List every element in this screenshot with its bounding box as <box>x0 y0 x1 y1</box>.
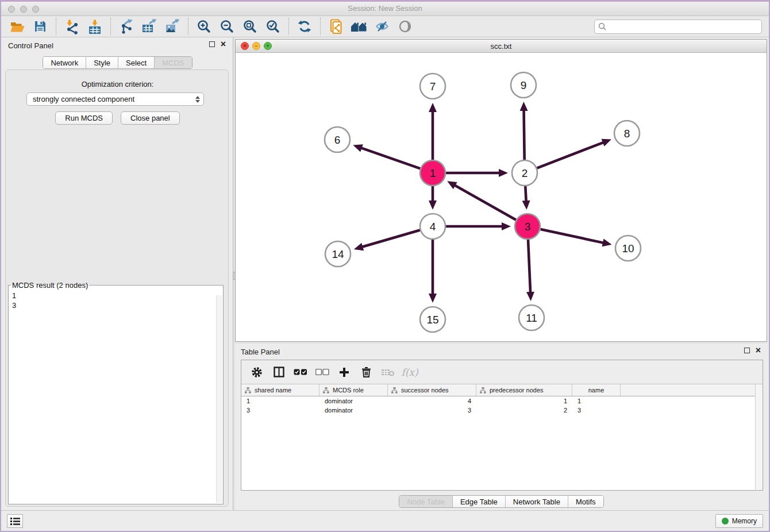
float-panel-icon[interactable] <box>744 348 750 353</box>
cell-predecessor-nodes[interactable]: 2 <box>476 407 572 414</box>
tab-network[interactable]: Network <box>43 57 86 68</box>
result-scrollbar[interactable] <box>216 295 222 503</box>
cell-mcds-role[interactable]: dominator <box>319 398 388 404</box>
graph-edge-arrowhead-1-6 <box>353 144 363 152</box>
graph-node-label-8: 8 <box>624 128 630 140</box>
cell-mcds-role[interactable]: dominator <box>319 407 388 414</box>
cell-predecessor-nodes[interactable]: 1 <box>476 398 572 404</box>
zoom-out-button[interactable] <box>215 17 238 36</box>
graph-edge-3-11[interactable] <box>528 240 530 293</box>
column-header-predecessor-nodes[interactable]: predecessor nodes <box>476 384 572 396</box>
graph-edge-1-6[interactable] <box>361 148 421 168</box>
mcds-result-list[interactable]: 13 <box>12 291 16 310</box>
cell-successor-nodes[interactable]: 4 <box>388 398 476 404</box>
graph-edge-3-10[interactable] <box>540 229 604 243</box>
column-header-label: MCDS role <box>333 387 364 394</box>
cell-name[interactable]: 1 <box>572 398 621 404</box>
zoom-fit-button[interactable] <box>238 17 261 36</box>
apply-function-button[interactable]: f(x) <box>400 364 419 381</box>
hide-graphics-details-button[interactable] <box>371 17 394 36</box>
run-mcds-button[interactable]: Run MCDS <box>55 111 113 125</box>
export-network-icon <box>119 19 134 34</box>
save-disk-icon <box>34 20 47 33</box>
export-table-button[interactable] <box>138 17 161 36</box>
import-table-button[interactable] <box>83 17 106 36</box>
tab-style[interactable]: Style <box>86 57 118 68</box>
save-session-button[interactable] <box>29 17 52 36</box>
tab-motifs[interactable]: Motifs <box>568 496 603 507</box>
network-canvas[interactable]: 7968124314101511 <box>236 53 767 341</box>
graph-edge-arrowhead-4-14 <box>354 243 364 250</box>
select-all-columns-button[interactable] <box>291 364 310 381</box>
column-header-successor-nodes[interactable]: successor nodes <box>388 384 476 396</box>
toolbar-search-field[interactable] <box>594 20 762 34</box>
mcds-result-line: 1 <box>12 291 16 300</box>
table-row[interactable]: 1dominator411 <box>241 396 755 406</box>
column-type-icon <box>245 387 251 394</box>
graph-edge-arrowhead-2-3 <box>522 201 530 210</box>
close-panel-button[interactable]: Close panel <box>121 111 180 125</box>
cell-successor-nodes[interactable]: 3 <box>388 407 476 414</box>
graph-edge-2-8[interactable] <box>537 142 603 168</box>
checked-boxes-icon <box>294 369 307 375</box>
table-scrollbar[interactable] <box>755 384 763 490</box>
column-header-shared-name[interactable]: shared name <box>241 384 319 396</box>
table-settings-button[interactable] <box>247 364 267 381</box>
list-icon <box>10 517 20 526</box>
export-network-button[interactable] <box>115 17 138 36</box>
cell-shared-name[interactable]: 3 <box>241 407 319 414</box>
graph-node-label-11: 11 <box>526 312 537 324</box>
deselect-all-columns-button[interactable] <box>313 364 332 381</box>
show-graphics-details-button[interactable] <box>394 17 417 36</box>
tab-edge-table[interactable]: Edge Table <box>452 496 505 507</box>
tab-mcds[interactable]: MCDS <box>154 57 191 68</box>
control-panel-title: Control Panel <box>8 41 53 50</box>
control-panel-tabs: NetworkStyleSelectMCDS <box>43 56 192 69</box>
zoom-in-icon <box>197 19 211 34</box>
delete-table-button[interactable] <box>378 364 398 381</box>
graph-edge-3-1[interactable] <box>454 185 516 220</box>
network-window-titlebar[interactable]: ✕ − + scc.txt <box>236 40 767 53</box>
graph-edge-2-3[interactable] <box>525 186 526 202</box>
export-image-button[interactable] <box>161 17 184 36</box>
table-panel: Table Panel × <box>235 344 768 510</box>
show-columns-button[interactable] <box>269 364 288 381</box>
graph-edge-4-14[interactable] <box>361 230 420 247</box>
delete-row-button[interactable] <box>356 364 376 381</box>
table-toolbar: f(x) <box>241 360 763 384</box>
cell-shared-name[interactable]: 1 <box>241 398 319 404</box>
column-header-mcds-role[interactable]: MCDS role <box>319 384 388 396</box>
tab-node-table[interactable]: Node Table <box>399 496 452 507</box>
apply-layout-button[interactable] <box>293 17 316 36</box>
delete-table-icon <box>381 368 395 377</box>
table-body: 1dominator4113dominator323 <box>241 396 755 490</box>
memory-status-icon <box>722 518 729 525</box>
import-table-icon <box>88 19 102 34</box>
table-header-row: shared nameMCDS rolesuccessor nodesprede… <box>241 384 755 396</box>
graph-edge-arrowhead-1-7 <box>429 103 437 112</box>
close-panel-icon[interactable]: × <box>756 348 761 353</box>
task-history-button[interactable] <box>7 514 23 528</box>
column-header-name[interactable]: name <box>572 384 621 396</box>
search-input[interactable] <box>609 22 758 30</box>
search-networks-button[interactable] <box>348 17 371 36</box>
zoom-in-button[interactable] <box>192 17 215 36</box>
close-panel-icon[interactable]: × <box>221 41 226 47</box>
open-session-button[interactable] <box>6 17 29 36</box>
column-header-label: shared name <box>255 387 291 394</box>
graph-edge-2-9[interactable] <box>524 110 525 160</box>
tab-network-table[interactable]: Network Table <box>505 496 568 507</box>
tab-select[interactable]: Select <box>118 57 154 68</box>
graph-node-label-14: 14 <box>332 248 344 260</box>
float-panel-icon[interactable] <box>209 41 215 47</box>
memory-button[interactable]: Memory <box>715 514 763 528</box>
graph-node-label-4: 4 <box>430 221 436 233</box>
add-row-button[interactable] <box>334 364 354 381</box>
cell-name[interactable]: 3 <box>572 407 621 414</box>
network-from-file-button[interactable] <box>325 17 348 36</box>
zoom-selected-button[interactable] <box>261 17 284 36</box>
graph-node-label-9: 9 <box>521 79 527 91</box>
import-network-button[interactable] <box>60 17 83 36</box>
table-row[interactable]: 3dominator323 <box>241 406 755 415</box>
optimization-criterion-select[interactable]: strongly connected component <box>26 92 204 106</box>
